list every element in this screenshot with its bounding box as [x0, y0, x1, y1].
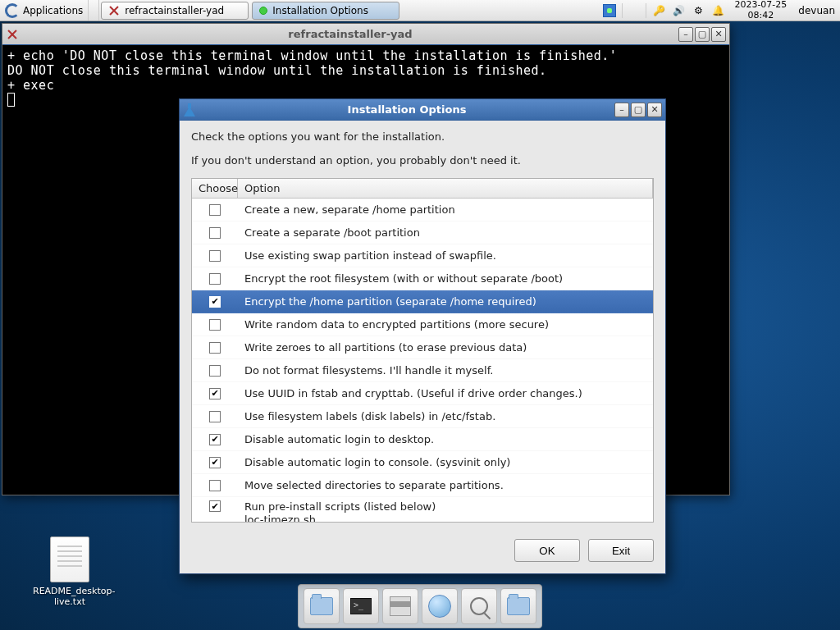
option-checkbox-cell: ✔	[192, 434, 238, 445]
ok-button[interactable]: OK	[514, 539, 580, 562]
option-label: Move selected directories to separate pa…	[238, 479, 653, 492]
dock-browser[interactable]	[422, 588, 458, 624]
clock[interactable]: 2023-07-25 08:42	[728, 0, 793, 20]
drawer-icon	[390, 596, 411, 616]
option-row[interactable]: Create a separate /boot partition	[192, 221, 653, 244]
terminal-app-icon	[108, 5, 120, 16]
option-row[interactable]: Do not format filesystems. I'll handle i…	[192, 359, 653, 382]
option-checkbox-cell	[192, 273, 238, 285]
option-row[interactable]: ✔Disable automatic login to desktop.	[192, 428, 653, 451]
table-rows: Create a new, separate /home partitionCr…	[192, 199, 653, 522]
option-checkbox-cell	[192, 204, 238, 216]
option-checkbox-cell: ✔	[192, 296, 238, 308]
tray-separator	[622, 3, 646, 18]
checkbox[interactable]: ✔	[209, 500, 221, 512]
user-menu[interactable]: devuan	[793, 0, 840, 21]
maximize-button[interactable]: ▢	[695, 27, 710, 42]
option-row[interactable]: Create a new, separate /home partition	[192, 199, 653, 221]
top-panel: Applications refractainstaller-yad Insta…	[0, 0, 840, 21]
applications-menu[interactable]: Applications	[0, 0, 89, 21]
option-label: Encrypt the /home partition (separate /h…	[238, 295, 653, 308]
option-label: Write random data to encrypted partition…	[238, 318, 653, 331]
desktop-icon-readme[interactable]: README_desktop-live.txt	[33, 536, 107, 607]
checkbox[interactable]	[209, 204, 221, 216]
checkbox[interactable]	[209, 365, 221, 377]
option-row[interactable]: ✔Run pre-install scripts (listed below) …	[192, 497, 653, 522]
option-row[interactable]: Move selected directories to separate pa…	[192, 474, 653, 497]
option-checkbox-cell	[192, 411, 238, 422]
taskbar-label: refractainstaller-yad	[125, 5, 224, 16]
text-file-icon	[50, 536, 89, 582]
maximize-button[interactable]: ▢	[631, 103, 646, 117]
checkbox[interactable]: ✔	[209, 296, 221, 308]
dialog-body: Check the options you want for the insta…	[180, 121, 665, 531]
taskbar-label: Installation Options	[272, 5, 368, 16]
desktop-icon-label: README_desktop-live.txt	[33, 586, 107, 607]
exit-button[interactable]: Exit	[588, 539, 654, 562]
settings-icon[interactable]: ⚙	[691, 3, 705, 18]
checkbox[interactable]	[209, 227, 221, 239]
keyring-icon[interactable]: 🔑	[651, 3, 666, 18]
option-checkbox-cell: ✔	[192, 500, 238, 512]
checkbox[interactable]	[209, 273, 221, 285]
checkbox[interactable]	[209, 250, 221, 262]
checkbox[interactable]: ✔	[209, 388, 221, 399]
folder-icon	[507, 597, 530, 615]
option-label: Use existing swap partition instead of s…	[238, 249, 653, 262]
option-label: Disable automatic login to console. (sys…	[238, 456, 653, 469]
option-row[interactable]: Write random data to encrypted partition…	[192, 313, 653, 336]
folder-icon	[310, 597, 333, 615]
option-label: Write zeroes to all partitions (to erase…	[238, 341, 653, 354]
header-option[interactable]: Option	[238, 179, 653, 198]
option-row[interactable]: ✔Encrypt the /home partition (separate /…	[192, 290, 653, 313]
magnifier-icon	[470, 597, 488, 615]
header-choose[interactable]: Choose	[192, 179, 238, 198]
checkbox[interactable]: ✔	[209, 434, 221, 445]
option-label: Create a separate /boot partition	[238, 226, 653, 240]
dialog-footer: OK Exit	[180, 531, 665, 573]
installation-options-dialog: Installation Options – ▢ ✕ Check the opt…	[179, 98, 666, 574]
dialog-titlebar[interactable]: Installation Options – ▢ ✕	[180, 99, 665, 121]
option-checkbox-cell	[192, 227, 238, 239]
dock-archive[interactable]	[382, 588, 418, 624]
dock-terminal[interactable]	[343, 588, 379, 624]
option-label: Use UUID in fstab and crypttab. (Useful …	[238, 387, 653, 400]
minimize-button[interactable]: –	[614, 103, 629, 117]
option-row[interactable]: Use filesystem labels (disk labels) in /…	[192, 405, 653, 428]
panel-separator	[89, 0, 99, 21]
option-row[interactable]: ✔Disable automatic login to console. (sy…	[192, 451, 653, 474]
option-row[interactable]: Write zeroes to all partitions (to erase…	[192, 336, 653, 359]
option-checkbox-cell	[192, 342, 238, 354]
dock-file-manager[interactable]	[304, 588, 340, 624]
terminal-cursor	[7, 93, 15, 107]
terminal-line: + echo 'DO NOT close this terminal windo…	[7, 48, 617, 63]
taskbar-item-dialog[interactable]: Installation Options	[252, 2, 399, 20]
taskbar-item-terminal[interactable]: refractainstaller-yad	[101, 2, 249, 20]
close-button[interactable]: ✕	[647, 103, 662, 117]
globe-icon	[428, 595, 451, 618]
workspace-switcher[interactable]	[602, 3, 617, 18]
checkbox[interactable]	[209, 480, 221, 491]
option-row[interactable]: ✔Use UUID in fstab and crypttab. (Useful…	[192, 382, 653, 405]
option-checkbox-cell: ✔	[192, 388, 238, 399]
option-checkbox-cell	[192, 480, 238, 491]
applications-label: Applications	[23, 5, 83, 16]
dock-folder[interactable]	[500, 588, 536, 624]
dock-search[interactable]	[461, 588, 497, 624]
option-row[interactable]: Use existing swap partition instead of s…	[192, 244, 653, 267]
checkbox[interactable]	[209, 411, 221, 422]
notifications-icon[interactable]: 🔔	[710, 3, 725, 18]
volume-icon[interactable]: 🔊	[671, 3, 686, 18]
minimize-button[interactable]: –	[678, 27, 693, 42]
terminal-titlebar[interactable]: refractainstaller-yad – ▢ ✕	[2, 24, 729, 45]
option-checkbox-cell	[192, 250, 238, 262]
option-label: Disable automatic login to desktop.	[238, 433, 653, 446]
checkbox[interactable]: ✔	[209, 457, 221, 468]
option-checkbox-cell	[192, 319, 238, 331]
clock-date: 2023-07-25	[734, 0, 787, 10]
option-row[interactable]: Encrypt the root filesystem (with or wit…	[192, 267, 653, 290]
checkbox[interactable]	[209, 319, 221, 331]
checkbox[interactable]	[209, 342, 221, 354]
option-label: Do not format filesystems. I'll handle i…	[238, 364, 653, 377]
close-button[interactable]: ✕	[711, 27, 726, 42]
